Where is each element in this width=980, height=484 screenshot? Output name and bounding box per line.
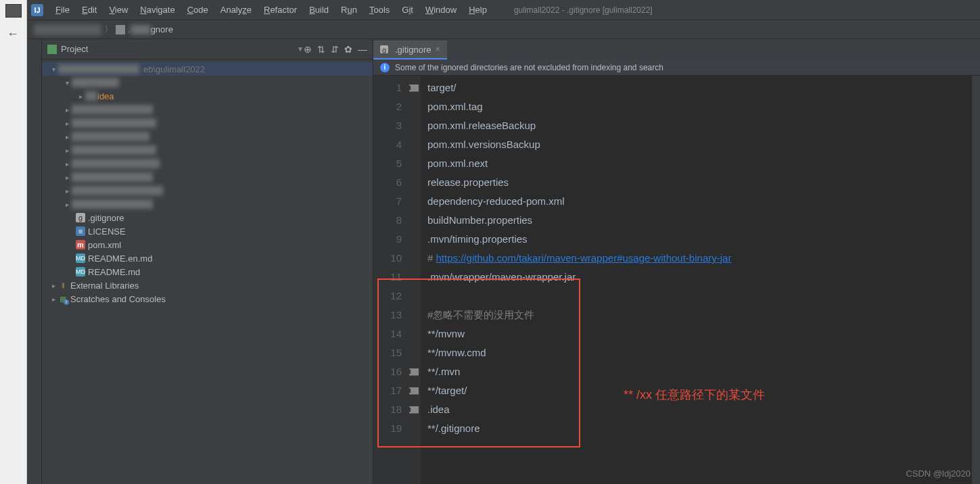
tool-window-gutter[interactable] [27, 39, 42, 484]
tree-idea-folder[interactable]: ▸idea [42, 89, 373, 103]
library-icon: ⫴ [58, 281, 68, 290]
menu-analyze[interactable]: Analyze [215, 2, 257, 18]
project-tree[interactable]: ▾ eb\gulimall2022 ▾ ▸idea ▸ ▸ ▸ ▸ ▸ ▸ ▸ … [42, 59, 373, 484]
gitignore-icon: g [380, 45, 388, 53]
menu-code[interactable]: Code [182, 2, 214, 18]
breadcrumb-bar: 〉 . gnore [27, 20, 980, 39]
hide-icon[interactable]: — [358, 44, 367, 55]
menu-run[interactable]: Run [335, 2, 363, 18]
tree-folder[interactable]: ▸ [42, 116, 373, 130]
editor-notification[interactable]: i Some of the ignored directories are no… [373, 59, 980, 76]
tree-folder[interactable]: ▸ [42, 170, 373, 184]
external-browser-frame: ← [0, 0, 27, 484]
menu-window[interactable]: Window [420, 2, 462, 18]
tree-folder[interactable]: ▸ [42, 197, 373, 211]
settings-icon[interactable]: ✿ [344, 44, 352, 55]
tree-file-readme-en[interactable]: MDREADME.en.md [42, 251, 373, 265]
dropdown-icon[interactable]: ▼ [297, 45, 304, 53]
code-editor[interactable]: 12345678910111213141516171819 target/pom… [373, 76, 980, 484]
collapse-all-icon[interactable]: ⇵ [331, 44, 339, 55]
breadcrumb-blurred [34, 24, 101, 35]
select-opened-icon[interactable]: ⊕ [304, 44, 312, 55]
tree-scratches[interactable]: ▸▦Scratches and Consoles [42, 292, 373, 306]
tree-file-readme[interactable]: MDREADME.md [42, 265, 373, 279]
tree-file-license[interactable]: ≡LICENSE [42, 224, 373, 238]
ide-window: IJ File Edit View Navigate Code Analyze … [27, 0, 980, 484]
menu-bar: IJ File Edit View Navigate Code Analyze … [27, 0, 980, 20]
expand-all-icon[interactable]: ⇅ [317, 44, 325, 55]
markdown-icon: MD [76, 253, 85, 263]
project-header: Project ▼ ⊕ ⇅ ⇵ ✿ — [42, 39, 373, 59]
tree-folder[interactable]: ▸ [42, 103, 373, 116]
notification-text: Some of the ignored directories are not … [395, 63, 663, 72]
tree-folder[interactable]: ▸ [42, 143, 373, 157]
tree-folder[interactable]: ▸ [42, 130, 373, 143]
menu-view[interactable]: View [103, 2, 133, 18]
code-content[interactable]: target/pom.xml.tagpom.xml.releaseBackupp… [421, 76, 980, 484]
menu-tools[interactable]: Tools [364, 2, 395, 18]
tree-external-libraries[interactable]: ▸⫴External Libraries [42, 279, 373, 292]
tree-file-pom[interactable]: mpom.xml [42, 238, 373, 251]
markdown-icon: MD [76, 267, 85, 276]
menu-file[interactable]: File [50, 2, 75, 18]
tree-root[interactable]: ▾ eb\gulimall2022 [42, 62, 373, 76]
tree-folder[interactable]: ▸ [42, 184, 373, 197]
annotation-text: ** /xx 任意路径下的某文件 [624, 387, 765, 403]
tree-file-gitignore[interactable]: g.gitignore [42, 211, 373, 224]
project-tool-window: Project ▼ ⊕ ⇅ ⇵ ✿ — ▾ eb\gulimall2022 ▾ … [42, 39, 373, 484]
gitignore-icon: g [76, 213, 85, 222]
breadcrumb-text: gnore [151, 24, 173, 34]
line-number-gutter: 12345678910111213141516171819 [373, 76, 407, 484]
menu-help[interactable]: Help [463, 2, 492, 18]
tree-folder[interactable]: ▾ [42, 76, 373, 89]
menu-edit[interactable]: Edit [76, 2, 102, 18]
tab-label: .gitignore [395, 45, 431, 55]
info-icon: i [380, 63, 390, 72]
maven-icon: m [76, 240, 85, 249]
file-icon [116, 25, 125, 34]
menu-build[interactable]: Build [304, 2, 334, 18]
back-arrow: ← [7, 27, 19, 41]
tree-folder[interactable]: ▸ [42, 157, 373, 170]
window-title: gulimall2022 - .gitignore [gulimall2022] [514, 5, 653, 15]
fold-gutter [407, 76, 421, 484]
watermark: CSDN @ldj2020 [906, 468, 971, 479]
text-icon: ≡ [76, 226, 85, 236]
menu-git[interactable]: Git [396, 2, 419, 18]
menu-navigate[interactable]: Navigate [135, 2, 180, 18]
scratches-icon: ▦ [58, 294, 68, 304]
intellij-logo-icon: IJ [31, 4, 43, 16]
project-label[interactable]: Project [61, 44, 294, 54]
editor-tab-bar: g .gitignore × [373, 39, 980, 59]
menu-refactor[interactable]: Refactor [258, 2, 302, 18]
editor-panel: g .gitignore × i Some of the ignored dir… [373, 39, 980, 484]
editor-tab-gitignore[interactable]: g .gitignore × [373, 41, 447, 59]
project-icon [47, 45, 57, 54]
breadcrumb-blurred [131, 25, 151, 34]
window-icon [5, 4, 22, 18]
editor-scrollbar[interactable] [972, 76, 980, 484]
close-tab-icon[interactable]: × [435, 45, 440, 54]
